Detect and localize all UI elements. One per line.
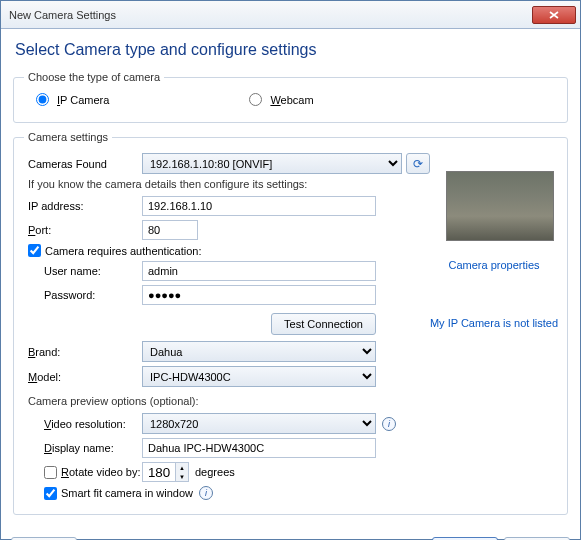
camera-not-listed-link[interactable]: My IP Camera is not listed — [430, 317, 558, 329]
rotate-units: degrees — [195, 466, 235, 478]
camera-type-legend: Choose the type of camera — [24, 71, 164, 83]
window-title: New Camera Settings — [9, 9, 532, 21]
camera-settings-legend: Camera settings — [24, 131, 112, 143]
ip-address-input[interactable] — [142, 196, 376, 216]
camera-type-group: Choose the type of camera IP Camera Webc… — [13, 71, 568, 123]
auth-checkbox[interactable] — [28, 244, 41, 257]
preview-options-heading: Camera preview options (optional): — [28, 395, 557, 407]
rotate-label: Rotate video by: — [61, 466, 141, 478]
model-select[interactable]: IPC-HDW4300C — [142, 366, 376, 387]
password-label: Password: — [24, 289, 142, 301]
port-input[interactable] — [142, 220, 198, 240]
content-area: Select Camera type and configure setting… — [1, 29, 580, 531]
radio-ip-camera[interactable]: IP Camera — [36, 93, 109, 106]
test-connection-button[interactable]: Test Connection — [271, 313, 376, 335]
rotate-checkbox[interactable] — [44, 466, 57, 479]
rotate-up-arrow[interactable]: ▲ — [176, 463, 188, 472]
rotate-down-arrow[interactable]: ▼ — [176, 472, 188, 481]
info-icon[interactable]: i — [199, 486, 213, 500]
camera-properties-link[interactable]: Camera properties — [448, 259, 539, 271]
dialog-window: New Camera Settings Select Camera type a… — [0, 0, 581, 540]
ip-address-label: IP address: — [24, 200, 142, 212]
close-icon — [549, 11, 559, 19]
refresh-button[interactable]: ⟳ — [406, 153, 430, 174]
camera-settings-group: Camera settings Camera properties My IP … — [13, 131, 568, 515]
rotate-spinner[interactable]: ▲ ▼ — [142, 462, 189, 482]
radio-webcam-input[interactable] — [249, 93, 262, 106]
cameras-found-label: Cameras Found — [24, 158, 142, 170]
info-icon[interactable]: i — [382, 417, 396, 431]
video-resolution-label: Video resolution: — [24, 418, 142, 430]
username-input[interactable] — [142, 261, 376, 281]
username-label: User name: — [24, 265, 142, 277]
page-title: Select Camera type and configure setting… — [15, 41, 568, 59]
display-name-label: Display name: — [24, 442, 142, 454]
dialog-footer: Help OK Cancel — [1, 531, 580, 540]
smartfit-checkbox[interactable] — [44, 487, 57, 500]
password-input[interactable] — [142, 285, 376, 305]
model-label: Model: — [24, 371, 142, 383]
radio-ip-camera-input[interactable] — [36, 93, 49, 106]
camera-preview-image — [446, 171, 554, 241]
video-resolution-select[interactable]: 1280x720 — [142, 413, 376, 434]
radio-ip-camera-label: IP Camera — [57, 94, 109, 106]
radio-webcam[interactable]: Webcam — [249, 93, 313, 106]
display-name-input[interactable] — [142, 438, 376, 458]
smartfit-label: Smart fit camera in window — [61, 487, 193, 499]
rotate-value-input[interactable] — [142, 462, 176, 482]
cameras-found-select[interactable]: 192.168.1.10:80 [ONVIF] — [142, 153, 402, 174]
auth-label: Camera requires authentication: — [45, 245, 202, 257]
refresh-icon: ⟳ — [413, 157, 423, 171]
right-column: Camera properties My IP Camera is not li… — [429, 171, 559, 329]
titlebar: New Camera Settings — [1, 1, 580, 29]
brand-label: Brand: — [24, 346, 142, 358]
radio-webcam-label: Webcam — [270, 94, 313, 106]
port-label: Port: — [24, 224, 142, 236]
close-button[interactable] — [532, 6, 576, 24]
brand-select[interactable]: Dahua — [142, 341, 376, 362]
